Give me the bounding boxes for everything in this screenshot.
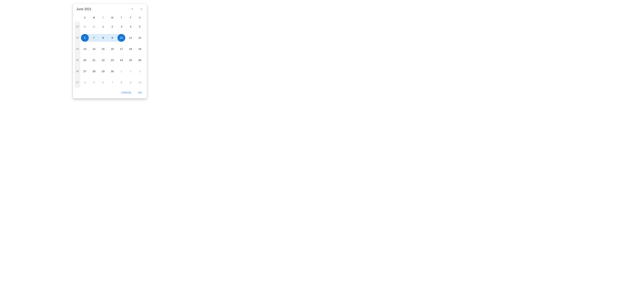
day-button[interactable]: 26 [136,56,144,64]
day-cell: 2 [126,66,135,77]
dialog-actions: CANCEL OK [73,89,147,97]
day-cell: 15 [98,43,108,55]
day-button[interactable]: 4 [127,23,134,31]
day-button[interactable]: 8 [118,79,125,87]
week-number: 22 [74,21,80,32]
day-cell: 31 [89,21,98,32]
day-cell: 1 [117,66,126,77]
day-cell: 3 [135,66,144,77]
month-year-label[interactable]: June 2021 [76,7,129,11]
day-button[interactable]: 3 [118,23,125,31]
day-button[interactable]: 24 [118,56,125,64]
day-button[interactable]: 22 [99,56,107,64]
day-cell: 11 [126,32,135,43]
day-button[interactable]: 2 [127,67,134,75]
day-cell: 5 [89,77,98,88]
day-cell: 23 [108,55,117,66]
day-cell: 30 [80,21,89,32]
date-range-picker: June 2021 SMTWTFS22303112345236789101112… [73,4,147,99]
day-button[interactable]: 7 [108,79,116,87]
day-button[interactable]: 5 [90,79,98,87]
day-cell: 27 [80,66,89,77]
day-button[interactable]: 16 [108,45,116,53]
day-cell: 25 [126,55,135,66]
day-button[interactable]: 18 [127,45,134,53]
day-button[interactable]: 31 [90,23,98,31]
day-button[interactable]: 11 [127,34,134,42]
weekday-label: F [126,14,135,21]
day-cell: 30 [108,66,117,77]
day-button[interactable]: 13 [81,45,89,53]
day-cell: 8 [98,32,108,43]
day-cell: 13 [80,43,89,55]
day-button[interactable]: 4 [81,79,89,87]
day-button[interactable]: 25 [127,56,134,64]
day-button[interactable]: 15 [99,45,107,53]
week-number: 25 [74,55,80,66]
day-cell: 19 [135,43,144,55]
day-button[interactable]: 10 [136,79,144,87]
day-cell: 29 [98,66,108,77]
next-month-button[interactable] [138,6,144,12]
prev-month-button[interactable] [129,6,136,12]
day-cell: 17 [117,43,126,55]
chevron-left-icon [131,7,134,11]
ok-button[interactable]: OK [137,90,143,95]
day-cell: 8 [117,77,126,88]
day-button[interactable]: 19 [136,45,144,53]
day-button[interactable]: 3 [136,67,144,75]
day-button[interactable]: 20 [81,56,89,64]
day-cell: 7 [108,77,117,88]
day-button[interactable]: 30 [81,23,89,31]
day-cell: 26 [135,55,144,66]
weekday-label: T [98,14,108,21]
day-cell: 21 [89,55,98,66]
day-cell: 14 [89,43,98,55]
day-button[interactable]: 8 [99,34,107,42]
day-cell: 6 [80,32,89,43]
day-button[interactable]: 28 [90,67,98,75]
day-cell: 2 [108,21,117,32]
day-button[interactable]: 1 [118,67,125,75]
weeknum-header-spacer [74,14,80,21]
month-nav [129,6,144,12]
day-button[interactable]: 27 [81,67,89,75]
day-button[interactable]: 7 [90,34,98,42]
weekday-label: T [117,14,126,21]
day-cell: 4 [126,21,135,32]
day-cell: 10 [117,32,126,43]
weekday-label: M [89,14,98,21]
day-cell: 1 [98,21,108,32]
day-cell: 9 [108,32,117,43]
calendar-header: June 2021 [73,4,147,13]
cancel-button[interactable]: CANCEL [120,90,133,95]
day-cell: 24 [117,55,126,66]
day-button[interactable]: 6 [99,79,107,87]
week-number: 23 [74,32,80,43]
day-button[interactable]: 30 [108,67,116,75]
day-button[interactable]: 2 [108,23,116,31]
week-number: 27 [74,77,80,88]
day-button[interactable]: 12 [136,34,144,42]
day-button[interactable]: 23 [108,56,116,64]
day-button[interactable]: 1 [99,23,107,31]
day-button[interactable]: 17 [118,45,125,53]
day-cell: 5 [135,21,144,32]
day-cell: 20 [80,55,89,66]
day-button[interactable]: 10 [118,34,125,42]
day-cell: 18 [126,43,135,55]
day-button[interactable]: 6 [81,34,89,42]
calendar-grid-wrap: SMTWTFS223031123452367891011122413141516… [73,13,147,89]
day-cell: 3 [117,21,126,32]
day-cell: 22 [98,55,108,66]
day-button[interactable]: 5 [136,23,144,31]
day-button[interactable]: 29 [99,67,107,75]
day-button[interactable]: 9 [108,34,116,42]
day-cell: 7 [89,32,98,43]
day-cell: 4 [80,77,89,88]
day-button[interactable]: 21 [90,56,98,64]
day-button[interactable]: 14 [90,45,98,53]
week-number: 26 [74,66,80,77]
chevron-right-icon [140,7,143,11]
day-button[interactable]: 9 [127,79,134,87]
